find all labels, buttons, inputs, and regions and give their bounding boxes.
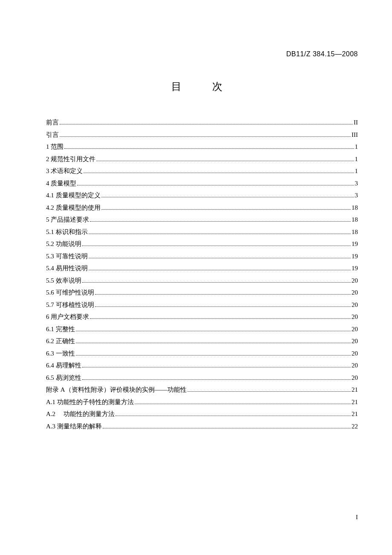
toc-entry: 4.2 质量模型的使用18 (46, 202, 358, 213)
toc-leader-dots (82, 282, 351, 283)
toc-entry: 6.3 一致性20 (46, 348, 358, 358)
toc-entry-label: 6.5 易浏览性 (46, 373, 81, 383)
toc-entry-page: 21 (352, 409, 358, 419)
toc-entry-page: 19 (352, 251, 358, 261)
toc-entry-page: 20 (352, 336, 358, 346)
toc-entry: A.2 功能性的测量方法21 (46, 409, 358, 419)
toc-entry-label: 5.7 可移植性说明 (46, 300, 94, 310)
document-code: DB11/Z 384.15—2008 (286, 50, 358, 58)
toc-entry-page: 18 (352, 214, 358, 225)
toc-entry: 2 规范性引用文件1 (46, 154, 358, 164)
toc-entry-page: 18 (352, 202, 358, 213)
toc-entry-label: 5.5 效率说明 (46, 275, 81, 286)
toc-entry-label: 5.2 功能说明 (46, 239, 81, 249)
toc-entry-label: A.2 功能性的测量方法 (46, 409, 115, 419)
toc-entry: 6.4 易理解性20 (46, 360, 358, 370)
toc-title: 目 次 (46, 80, 358, 93)
toc-entry-label: 6 用户文档要求 (46, 312, 89, 322)
toc-entry-label: 3 术语和定义 (46, 166, 83, 176)
toc-leader-dots (76, 355, 351, 356)
toc-entry: 5.5 效率说明20 (46, 275, 358, 286)
toc-entry-page: 20 (352, 300, 358, 310)
toc-leader-dots (103, 428, 351, 428)
toc-entry: 5.7 可移植性说明20 (46, 300, 358, 310)
toc-entry: 5.2 功能说明19 (46, 239, 358, 249)
toc-entry-label: 4.2 质量模型的使用 (46, 202, 101, 213)
toc-entry-label: 前言 (46, 117, 59, 127)
toc-entry: 5.1 标识和指示18 (46, 227, 358, 237)
toc-entry: A.3 测量结果的解释22 (46, 421, 358, 431)
toc-entry: 6.1 完整性20 (46, 324, 358, 334)
toc-leader-dots (82, 246, 351, 246)
toc-entry-label: 6.3 一致性 (46, 348, 75, 358)
toc-entry: 4 质量模型3 (46, 178, 358, 188)
toc-entry-page: 20 (352, 312, 358, 322)
toc-entry-label: 6.4 易理解性 (46, 360, 81, 370)
toc-leader-dots (76, 331, 351, 331)
toc-entry-page: 1 (355, 166, 358, 176)
toc-entry-page: 20 (352, 287, 358, 298)
toc-entry: 6.2 正确性20 (46, 336, 358, 346)
toc-leader-dots (90, 221, 351, 222)
toc-entry-label: 5.6 可维护性说明 (46, 287, 94, 298)
toc-entry-label: 6.2 正确性 (46, 336, 75, 346)
toc-entry-page: 20 (352, 373, 358, 383)
toc-entry-page: 20 (352, 348, 358, 358)
toc-entry-label: A.3 测量结果的解释 (46, 421, 102, 431)
toc-entry: 5.4 易用性说明19 (46, 263, 358, 273)
toc-entry-page: 3 (355, 190, 358, 200)
toc-entry-page: 1 (355, 154, 358, 164)
toc-entry-label: 5 产品描述要求 (46, 214, 89, 225)
toc-entry-page: 20 (352, 275, 358, 286)
toc-leader-dots (115, 416, 351, 416)
toc-leader-dots (187, 391, 351, 392)
toc-entry: A.1 功能性的子特性的测量方法21 (46, 397, 358, 407)
toc-entry: 前言II (46, 117, 358, 127)
table-of-contents: 前言II引言III1 范围12 规范性引用文件13 术语和定义14 质量模型34… (46, 117, 358, 431)
toc-leader-dots (135, 404, 351, 404)
toc-entry-label: 6.1 完整性 (46, 324, 75, 334)
toc-leader-dots (82, 379, 351, 380)
toc-entry: 5 产品描述要求18 (46, 214, 358, 225)
toc-entry-page: II (354, 117, 358, 127)
toc-entry-page: 20 (352, 324, 358, 334)
toc-entry: 引言III (46, 130, 358, 140)
toc-entry-page: 3 (355, 178, 358, 188)
toc-entry: 附录 A（资料性附录）评价模块的实例——功能性21 (46, 384, 358, 395)
toc-entry-label: 附录 A（资料性附录）评价模块的实例——功能性 (46, 384, 187, 395)
document-page: DB11/Z 384.15—2008 目 次 前言II引言III1 范围12 规… (0, 0, 392, 459)
toc-entry-label: 5.3 可靠性说明 (46, 251, 88, 261)
toc-entry-label: 2 规范性引用文件 (46, 154, 95, 164)
toc-leader-dots (101, 209, 351, 210)
toc-entry-page: 19 (352, 263, 358, 273)
toc-leader-dots (60, 124, 353, 124)
toc-leader-dots (84, 173, 354, 173)
toc-entry: 5.3 可靠性说明19 (46, 251, 358, 261)
toc-leader-dots (89, 270, 351, 270)
toc-entry-page: 19 (352, 239, 358, 249)
toc-entry: 6 用户文档要求20 (46, 312, 358, 322)
toc-leader-dots (101, 197, 354, 197)
toc-entry-label: 4.1 质量模型的定义 (46, 190, 101, 200)
toc-entry-page: 21 (352, 397, 358, 407)
toc-entry-label: 4 质量模型 (46, 178, 76, 188)
toc-leader-dots (82, 367, 351, 367)
toc-entry: 1 范围1 (46, 142, 358, 152)
toc-leader-dots (95, 306, 351, 307)
toc-entry-page: 21 (352, 384, 358, 395)
toc-leader-dots (60, 136, 351, 137)
toc-entry: 6.5 易浏览性20 (46, 373, 358, 383)
toc-entry: 4.1 质量模型的定义3 (46, 190, 358, 200)
toc-leader-dots (64, 148, 354, 149)
toc-leader-dots (90, 318, 351, 319)
toc-leader-dots (95, 294, 351, 295)
toc-entry-page: III (352, 130, 358, 140)
toc-entry-label: 引言 (46, 130, 59, 140)
toc-entry-page: 22 (352, 421, 358, 431)
toc-entry-label: 1 范围 (46, 142, 63, 152)
toc-entry-page: 1 (355, 142, 358, 152)
toc-entry: 3 术语和定义1 (46, 166, 358, 176)
page-number: I (356, 514, 358, 521)
toc-leader-dots (96, 161, 354, 161)
toc-entry-label: 5.4 易用性说明 (46, 263, 88, 273)
